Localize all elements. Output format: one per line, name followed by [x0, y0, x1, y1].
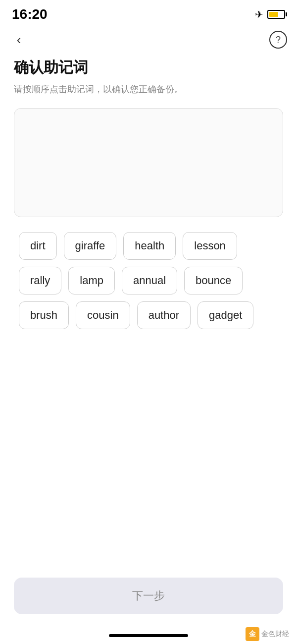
watermark-text: 金色财经: [261, 630, 289, 639]
nav-bar: ‹ ?: [0, 27, 297, 53]
back-button[interactable]: ‹: [10, 31, 28, 49]
status-bar: 16:20 ✈: [0, 0, 297, 27]
word-grid: dirtgiraffehealthlessonrallylampannualbo…: [14, 232, 283, 329]
word-chip-rally[interactable]: rally: [19, 267, 61, 294]
status-time: 16:20: [12, 6, 48, 22]
word-chip-giraffe[interactable]: giraffe: [64, 232, 117, 260]
word-chip-gadget[interactable]: gadget: [198, 301, 253, 329]
status-icons: ✈: [255, 8, 285, 20]
back-chevron-icon: ‹: [17, 33, 21, 46]
next-button-wrapper: 下一步: [14, 578, 283, 614]
help-label: ?: [276, 35, 281, 45]
page-subtitle: 请按顺序点击助记词，以确认您正确备份。: [14, 83, 283, 96]
watermark: 金 金色财经: [246, 627, 289, 641]
word-chip-bounce[interactable]: bounce: [184, 267, 243, 294]
word-chip-annual[interactable]: annual: [122, 267, 177, 294]
selection-box: [14, 108, 283, 217]
airplane-icon: ✈: [255, 8, 263, 20]
content-area: 确认助记词 请按顺序点击助记词，以确认您正确备份。 dirtgiraffehea…: [0, 53, 297, 329]
word-chip-brush[interactable]: brush: [19, 301, 69, 329]
word-chip-lesson[interactable]: lesson: [183, 232, 237, 260]
watermark-logo: 金: [246, 627, 259, 641]
word-chip-cousin[interactable]: cousin: [76, 301, 130, 329]
word-chip-author[interactable]: author: [137, 301, 191, 329]
home-indicator: [109, 634, 188, 637]
word-chip-lamp[interactable]: lamp: [68, 267, 115, 294]
page-title: 确认助记词: [14, 58, 283, 78]
help-button[interactable]: ?: [269, 31, 287, 49]
next-button[interactable]: 下一步: [14, 578, 283, 614]
word-chip-health[interactable]: health: [123, 232, 176, 260]
word-chip-dirt[interactable]: dirt: [19, 232, 57, 260]
battery-fill: [269, 12, 278, 17]
battery-icon: [267, 10, 285, 19]
